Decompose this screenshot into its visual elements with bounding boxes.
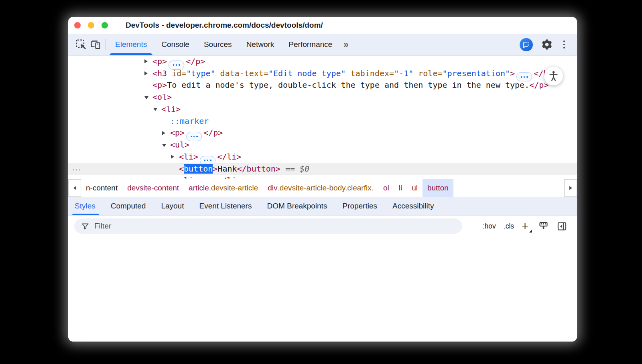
code-token: devsite-content xyxy=(127,184,179,192)
window-title: DevTools - developer.chrome.com/docs/dev… xyxy=(126,21,323,30)
device-toolbar-button[interactable] xyxy=(88,37,103,52)
code-token: > xyxy=(213,164,217,174)
new-style-rule-button[interactable]: + xyxy=(522,220,530,232)
code-token: <ol> xyxy=(152,92,172,102)
code-token: role= xyxy=(413,69,442,78)
panel-tabs: ElementsConsoleSourcesNetworkPerformance xyxy=(108,34,339,55)
breadcrumb-item-ul[interactable]: ul xyxy=(407,179,423,197)
code-token: < xyxy=(179,164,184,174)
code-token: <ul> xyxy=(170,140,189,150)
dom-tree-row[interactable]: ···<button>Hank</button> == $0 xyxy=(68,163,577,175)
tab-styles[interactable]: Styles xyxy=(68,197,103,215)
element-classes-toggle-button[interactable]: .cls xyxy=(504,222,514,231)
tab-computed[interactable]: Computed xyxy=(103,197,154,215)
filter-placeholder: Filter xyxy=(94,222,111,231)
code-token: To edit a node's type, double-click the … xyxy=(167,80,529,90)
settings-button[interactable] xyxy=(541,38,553,51)
tab-dom-breakpoints[interactable]: DOM Breakpoints xyxy=(259,197,335,215)
pseudo-state-toggle-button[interactable]: :hov xyxy=(483,222,496,231)
collapse-arrow-icon[interactable] xyxy=(153,108,157,111)
breadcrumb-item-li[interactable]: li xyxy=(394,179,407,197)
breadcrumb: n-contentdevsite-contentarticle.devsite-… xyxy=(68,179,577,197)
expand-arrow-icon[interactable] xyxy=(144,59,148,63)
code-token: "type" xyxy=(186,69,215,78)
breadcrumb-item-n-content[interactable]: n-content xyxy=(81,179,122,197)
styles-pane-tabs: StylesComputedLayoutEvent ListenersDOM B… xyxy=(68,197,577,216)
tab-elements[interactable]: Elements xyxy=(108,34,154,55)
code-token: tabindex= xyxy=(346,69,394,78)
tab-console[interactable]: Console xyxy=(154,34,197,55)
ai-assistance-button[interactable] xyxy=(520,38,533,51)
tab-properties[interactable]: Properties xyxy=(335,197,385,215)
breadcrumb-item-ol[interactable]: ol xyxy=(378,179,394,197)
toolbar-divider xyxy=(509,39,509,50)
dom-tree-row[interactable]: ::marker xyxy=(68,115,577,127)
tab-performance[interactable]: Performance xyxy=(281,34,339,55)
filter-input[interactable]: Filter xyxy=(74,218,462,234)
minimize-button[interactable] xyxy=(88,22,94,28)
title-bar: DevTools - developer.chrome.com/docs/dev… xyxy=(68,17,577,34)
device-toolbar-icon xyxy=(89,38,102,51)
collapse-arrow-icon[interactable] xyxy=(162,144,166,147)
code-token: button xyxy=(427,184,449,192)
code-token: <li> xyxy=(179,176,198,179)
dom-tree-row[interactable]: <li></li> xyxy=(68,175,577,179)
dom-tree-row[interactable]: <h3 id="type" data-text="Edit node type"… xyxy=(68,68,577,80)
zoom-button[interactable] xyxy=(102,22,108,28)
inspect-element-button[interactable] xyxy=(74,37,88,52)
breadcrumb-item-devsite-content[interactable]: devsite-content xyxy=(122,179,184,197)
dom-tree-row[interactable]: <ol> xyxy=(68,91,577,103)
devtools-window: DevTools - developer.chrome.com/docs/dev… xyxy=(68,17,577,342)
code-token: == xyxy=(280,164,300,174)
code-token: <h3 xyxy=(152,69,167,78)
ai-chat-sparkle-icon xyxy=(522,41,530,49)
dom-tree-row[interactable]: <li></li> xyxy=(68,151,577,163)
tab-accessibility[interactable]: Accessibility xyxy=(385,197,441,215)
sidebar-panel-icon xyxy=(557,221,567,232)
code-token: div xyxy=(268,184,277,192)
code-token: <p> xyxy=(152,80,167,90)
breadcrumb-item-div[interactable]: div.devsite-article-body.clearfix. xyxy=(263,179,378,197)
dom-tree-row[interactable]: <ul> xyxy=(68,139,577,151)
chevron-left-icon xyxy=(73,186,76,190)
dom-tree-row[interactable]: <li> xyxy=(68,103,577,115)
dom-tree-row[interactable]: <p>To edit a node's type, double-click t… xyxy=(68,79,577,91)
breadcrumb-list: n-contentdevsite-contentarticle.devsite-… xyxy=(81,179,564,197)
code-token: </li> xyxy=(217,152,241,162)
breadcrumb-scroll-left-button[interactable] xyxy=(68,179,81,197)
close-button[interactable] xyxy=(74,22,81,28)
tab-event-listeners[interactable]: Event Listeners xyxy=(191,197,259,215)
code-token: n-content xyxy=(86,184,118,192)
more-options-button[interactable] xyxy=(561,40,567,50)
dom-tree-row[interactable]: <p></p> xyxy=(68,56,577,68)
tab-sources[interactable]: Sources xyxy=(197,34,239,55)
styles-filter-bar: Filter :hov .cls + xyxy=(68,216,577,342)
filter-bar-controls: :hov .cls + xyxy=(483,218,567,234)
filter-funnel-icon xyxy=(81,222,89,231)
tab-layout[interactable]: Layout xyxy=(153,197,191,215)
code-token: <p> xyxy=(170,128,185,138)
expand-arrow-icon[interactable] xyxy=(144,71,148,75)
code-token: article xyxy=(189,184,209,192)
devtools-toolbar: ElementsConsoleSourcesNetworkPerformance… xyxy=(68,34,577,56)
breadcrumb-item-article[interactable]: article.devsite-article xyxy=(184,179,263,197)
code-token: </p> xyxy=(186,57,205,66)
code-token: <li> xyxy=(179,152,198,162)
dom-tree: <p></p><h3 id="type" data-text="Edit nod… xyxy=(68,56,577,179)
code-token: <li> xyxy=(161,104,181,114)
paint-brush-icon xyxy=(538,221,549,232)
expand-arrow-icon[interactable] xyxy=(162,131,165,135)
breadcrumb-scroll-right-button[interactable] xyxy=(564,179,577,197)
toggle-sidebar-button[interactable] xyxy=(557,221,567,232)
expand-arrow-icon[interactable] xyxy=(171,155,174,159)
toolbar-divider xyxy=(105,39,106,50)
tab-network[interactable]: Network xyxy=(239,34,282,55)
rendering-emulation-button[interactable] xyxy=(538,221,549,232)
code-token: ol xyxy=(383,184,389,192)
dom-tree-row[interactable]: <p></p> xyxy=(68,127,577,139)
code-token: </p> xyxy=(203,128,223,138)
breadcrumb-item-button[interactable]: button xyxy=(423,179,453,197)
code-token: id= xyxy=(167,69,186,78)
collapse-arrow-icon[interactable] xyxy=(144,96,148,99)
more-panels-button[interactable]: » xyxy=(339,39,353,50)
